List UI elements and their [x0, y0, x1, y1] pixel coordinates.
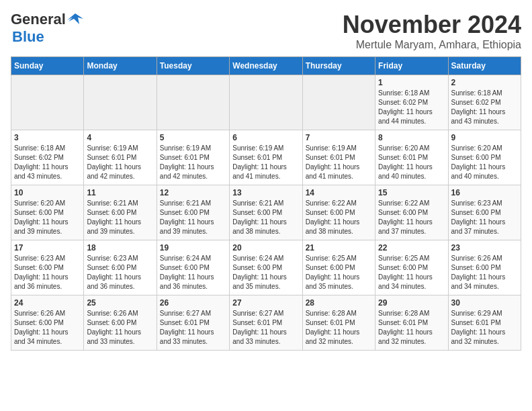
calendar-cell	[11, 75, 84, 130]
calendar-cell: 18Sunrise: 6:23 AM Sunset: 6:00 PM Dayli…	[84, 240, 157, 295]
day-number: 6	[232, 133, 299, 142]
calendar-header-row: SundayMondayTuesdayWednesdayThursdayFrid…	[11, 57, 521, 75]
col-header-saturday: Saturday	[448, 57, 521, 75]
calendar-cell	[230, 75, 302, 130]
calendar-cell: 7Sunrise: 6:19 AM Sunset: 6:01 PM Daylig…	[302, 130, 375, 185]
day-info: Sunrise: 6:18 AM Sunset: 6:02 PM Dayligh…	[14, 144, 81, 181]
calendar-week-row: 1Sunrise: 6:18 AM Sunset: 6:02 PM Daylig…	[11, 75, 521, 130]
logo-general: General	[11, 11, 66, 28]
calendar-cell: 10Sunrise: 6:20 AM Sunset: 6:00 PM Dayli…	[11, 185, 84, 240]
day-number: 20	[232, 243, 299, 253]
day-number: 21	[306, 243, 372, 253]
calendar-cell: 21Sunrise: 6:25 AM Sunset: 6:00 PM Dayli…	[302, 240, 375, 295]
day-info: Sunrise: 6:28 AM Sunset: 6:01 PM Dayligh…	[378, 309, 445, 347]
calendar-cell: 29Sunrise: 6:28 AM Sunset: 6:01 PM Dayli…	[375, 295, 448, 351]
calendar-cell: 27Sunrise: 6:27 AM Sunset: 6:01 PM Dayli…	[230, 295, 302, 351]
calendar-week-row: 17Sunrise: 6:23 AM Sunset: 6:00 PM Dayli…	[11, 240, 521, 295]
day-info: Sunrise: 6:26 AM Sunset: 6:00 PM Dayligh…	[14, 309, 81, 347]
calendar-cell: 16Sunrise: 6:23 AM Sunset: 6:00 PM Dayli…	[448, 185, 521, 240]
col-header-monday: Monday	[84, 57, 157, 75]
day-number: 8	[378, 133, 445, 142]
day-info: Sunrise: 6:22 AM Sunset: 6:00 PM Dayligh…	[378, 199, 445, 236]
day-number: 14	[306, 188, 372, 197]
location-subtitle: Mertule Maryam, Amhara, Ethiopia	[343, 39, 521, 51]
calendar-cell: 14Sunrise: 6:22 AM Sunset: 6:00 PM Dayli…	[302, 185, 375, 240]
day-info: Sunrise: 6:19 AM Sunset: 6:01 PM Dayligh…	[160, 144, 226, 181]
calendar-cell	[302, 75, 375, 130]
day-number: 30	[451, 298, 518, 308]
calendar-cell: 9Sunrise: 6:20 AM Sunset: 6:00 PM Daylig…	[448, 130, 521, 185]
day-number: 17	[14, 243, 81, 253]
calendar-cell: 5Sunrise: 6:19 AM Sunset: 6:01 PM Daylig…	[157, 130, 229, 185]
day-number: 23	[451, 243, 518, 253]
day-number: 26	[160, 298, 226, 308]
page-header: General Blue November 2024 Mertule Marya…	[11, 11, 521, 51]
day-number: 28	[306, 298, 372, 308]
day-info: Sunrise: 6:26 AM Sunset: 6:00 PM Dayligh…	[451, 254, 518, 291]
calendar-cell: 26Sunrise: 6:27 AM Sunset: 6:01 PM Dayli…	[157, 295, 229, 351]
col-header-wednesday: Wednesday	[230, 57, 302, 75]
day-info: Sunrise: 6:29 AM Sunset: 6:01 PM Dayligh…	[451, 309, 518, 347]
day-number: 2	[451, 78, 518, 87]
day-info: Sunrise: 6:25 AM Sunset: 6:00 PM Dayligh…	[306, 254, 372, 291]
day-number: 12	[160, 188, 226, 197]
day-info: Sunrise: 6:23 AM Sunset: 6:00 PM Dayligh…	[87, 254, 153, 291]
day-info: Sunrise: 6:20 AM Sunset: 6:00 PM Dayligh…	[451, 144, 518, 181]
day-number: 27	[232, 298, 299, 308]
calendar-week-row: 3Sunrise: 6:18 AM Sunset: 6:02 PM Daylig…	[11, 130, 521, 185]
day-info: Sunrise: 6:19 AM Sunset: 6:01 PM Dayligh…	[87, 144, 153, 181]
day-info: Sunrise: 6:27 AM Sunset: 6:01 PM Dayligh…	[160, 309, 226, 347]
day-number: 15	[378, 188, 445, 197]
day-info: Sunrise: 6:21 AM Sunset: 6:00 PM Dayligh…	[160, 199, 226, 236]
calendar-cell	[157, 75, 229, 130]
day-number: 5	[160, 133, 226, 142]
calendar-cell: 24Sunrise: 6:26 AM Sunset: 6:00 PM Dayli…	[11, 295, 84, 351]
day-info: Sunrise: 6:19 AM Sunset: 6:01 PM Dayligh…	[232, 144, 299, 181]
day-info: Sunrise: 6:21 AM Sunset: 6:00 PM Dayligh…	[87, 199, 153, 236]
calendar-cell	[84, 75, 157, 130]
day-info: Sunrise: 6:27 AM Sunset: 6:01 PM Dayligh…	[232, 309, 299, 347]
day-info: Sunrise: 6:26 AM Sunset: 6:00 PM Dayligh…	[87, 309, 153, 347]
calendar-cell: 20Sunrise: 6:24 AM Sunset: 6:00 PM Dayli…	[230, 240, 302, 295]
calendar-table: SundayMondayTuesdayWednesdayThursdayFrid…	[11, 56, 521, 351]
calendar-cell: 2Sunrise: 6:18 AM Sunset: 6:02 PM Daylig…	[448, 75, 521, 130]
calendar-cell: 22Sunrise: 6:25 AM Sunset: 6:00 PM Dayli…	[375, 240, 448, 295]
month-title: November 2024	[343, 11, 521, 39]
calendar-cell: 13Sunrise: 6:21 AM Sunset: 6:00 PM Dayli…	[230, 185, 302, 240]
day-info: Sunrise: 6:28 AM Sunset: 6:01 PM Dayligh…	[306, 309, 372, 347]
logo-blue: Blue	[12, 28, 44, 45]
day-info: Sunrise: 6:22 AM Sunset: 6:00 PM Dayligh…	[306, 199, 372, 236]
calendar-cell: 11Sunrise: 6:21 AM Sunset: 6:00 PM Dayli…	[84, 185, 157, 240]
calendar-cell: 12Sunrise: 6:21 AM Sunset: 6:00 PM Dayli…	[157, 185, 229, 240]
calendar-cell: 3Sunrise: 6:18 AM Sunset: 6:02 PM Daylig…	[11, 130, 84, 185]
calendar-cell: 25Sunrise: 6:26 AM Sunset: 6:00 PM Dayli…	[84, 295, 157, 351]
day-number: 4	[87, 133, 153, 142]
calendar-cell: 8Sunrise: 6:20 AM Sunset: 6:01 PM Daylig…	[375, 130, 448, 185]
calendar-cell: 23Sunrise: 6:26 AM Sunset: 6:00 PM Dayli…	[448, 240, 521, 295]
day-info: Sunrise: 6:20 AM Sunset: 6:00 PM Dayligh…	[14, 199, 81, 236]
day-number: 7	[306, 133, 372, 142]
day-info: Sunrise: 6:18 AM Sunset: 6:02 PM Dayligh…	[378, 89, 445, 126]
calendar-cell: 17Sunrise: 6:23 AM Sunset: 6:00 PM Dayli…	[11, 240, 84, 295]
day-number: 10	[14, 188, 81, 197]
day-number: 24	[14, 298, 81, 308]
calendar-cell: 4Sunrise: 6:19 AM Sunset: 6:01 PM Daylig…	[84, 130, 157, 185]
day-number: 25	[87, 298, 153, 308]
logo: General Blue	[11, 11, 85, 46]
col-header-sunday: Sunday	[11, 57, 84, 75]
day-info: Sunrise: 6:18 AM Sunset: 6:02 PM Dayligh…	[451, 89, 518, 126]
day-info: Sunrise: 6:24 AM Sunset: 6:00 PM Dayligh…	[160, 254, 226, 291]
day-info: Sunrise: 6:23 AM Sunset: 6:00 PM Dayligh…	[14, 254, 81, 291]
day-number: 1	[378, 78, 445, 87]
day-number: 3	[14, 133, 81, 142]
title-block: November 2024 Mertule Maryam, Amhara, Et…	[343, 11, 521, 51]
day-info: Sunrise: 6:20 AM Sunset: 6:01 PM Dayligh…	[378, 144, 445, 181]
day-number: 19	[160, 243, 226, 253]
calendar-cell: 28Sunrise: 6:28 AM Sunset: 6:01 PM Dayli…	[302, 295, 375, 351]
day-number: 11	[87, 188, 153, 197]
col-header-thursday: Thursday	[302, 57, 375, 75]
calendar-cell: 15Sunrise: 6:22 AM Sunset: 6:00 PM Dayli…	[375, 185, 448, 240]
svg-marker-0	[67, 13, 83, 24]
calendar-cell: 6Sunrise: 6:19 AM Sunset: 6:01 PM Daylig…	[230, 130, 302, 185]
day-info: Sunrise: 6:19 AM Sunset: 6:01 PM Dayligh…	[306, 144, 372, 181]
